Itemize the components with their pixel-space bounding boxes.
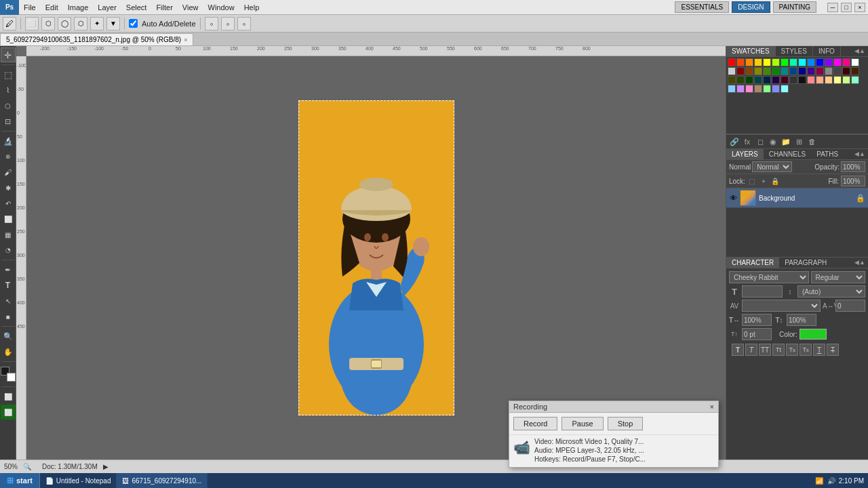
menu-image[interactable]: Image xyxy=(63,2,94,13)
tool-hand[interactable]: ✋ xyxy=(1,344,16,359)
layer-icon-mask[interactable]: ◻ xyxy=(755,136,766,147)
swatch-17[interactable] xyxy=(745,67,753,75)
swatch-3[interactable] xyxy=(754,58,762,66)
color-picker[interactable] xyxy=(1,367,16,382)
layer-background[interactable]: 👁 Background 🔒 xyxy=(726,188,868,208)
swatch-1[interactable] xyxy=(736,58,745,66)
panel-collapse-btn[interactable]: ◀▲ xyxy=(852,46,868,56)
background-color[interactable] xyxy=(7,373,16,382)
swatch-50[interactable] xyxy=(772,85,780,93)
vscale-input[interactable] xyxy=(787,314,816,326)
menu-file[interactable]: File xyxy=(19,2,41,13)
swatch-12[interactable] xyxy=(833,58,842,66)
tab-paragraph[interactable]: PARAGRAPH xyxy=(779,258,832,268)
tool-dodge[interactable]: ◔ xyxy=(1,243,16,258)
tab-character[interactable]: CHARACTER xyxy=(726,258,779,268)
kerning-dropdown[interactable] xyxy=(742,300,821,312)
doc-info-arrow[interactable]: ▶ xyxy=(103,463,108,470)
tab-styles[interactable]: STYLES xyxy=(776,46,813,56)
lock-all-icon[interactable]: 🔒 xyxy=(770,176,780,186)
swatch-47[interactable] xyxy=(745,85,753,93)
tab-swatches[interactable]: SWATCHES xyxy=(726,46,776,56)
menu-edit[interactable]: Edit xyxy=(41,2,63,13)
swatch-15[interactable] xyxy=(728,67,736,75)
swatch-6[interactable] xyxy=(781,58,789,66)
tab-channels[interactable]: CHANNELS xyxy=(764,149,811,159)
win-close[interactable]: × xyxy=(854,3,865,12)
swatch-9[interactable] xyxy=(807,58,815,66)
swatch-40[interactable] xyxy=(816,76,824,84)
swatch-10[interactable] xyxy=(816,58,824,66)
ts-sub[interactable]: Ts xyxy=(800,344,812,356)
tool-mask-std[interactable]: ⬜ xyxy=(1,389,16,404)
swatch-45[interactable] xyxy=(728,85,736,93)
ts-super[interactable]: Ts xyxy=(786,344,798,356)
tool-marquee[interactable]: ⬚ xyxy=(1,67,16,82)
font-family-dropdown[interactable]: Cheeky Rabbit xyxy=(729,271,809,283)
tool-history[interactable]: ↶ xyxy=(1,196,16,211)
tab-paths[interactable]: PATHS xyxy=(811,149,844,159)
pause-button[interactable]: Pause xyxy=(561,417,603,430)
blend-mode-dropdown[interactable]: Normal xyxy=(752,161,792,172)
swatch-18[interactable] xyxy=(754,67,762,75)
swatch-41[interactable] xyxy=(825,76,833,84)
swatch-23[interactable] xyxy=(798,67,806,75)
swatch-16[interactable] xyxy=(736,67,745,75)
tool-eyedropper[interactable]: 🔬 xyxy=(1,134,16,148)
leading-dropdown[interactable]: (Auto) xyxy=(797,285,865,298)
layer-icon-new[interactable]: ⊞ xyxy=(793,136,804,147)
tool-gradient[interactable]: ▦ xyxy=(1,227,16,242)
tool-healpatch[interactable]: ⊕ xyxy=(1,149,16,164)
swatch-24[interactable] xyxy=(807,67,815,75)
ts-underline[interactable]: T xyxy=(813,344,825,356)
tool-mask-quick[interactable]: ⬜ xyxy=(1,405,16,420)
layer-icon-trash[interactable]: 🗑 xyxy=(806,136,817,147)
swatch-30[interactable] xyxy=(728,76,736,84)
layer-icon-fx[interactable]: fx xyxy=(742,136,753,147)
menu-layer[interactable]: Layer xyxy=(93,2,121,13)
win-restore[interactable]: □ xyxy=(841,3,852,12)
swatch-39[interactable] xyxy=(807,76,815,84)
workspace-essentials[interactable]: ESSENTIALS xyxy=(675,1,729,13)
layer-eye-icon[interactable]: 👁 xyxy=(729,194,737,202)
ts-strikethrough[interactable]: T xyxy=(827,344,839,356)
swatch-37[interactable] xyxy=(789,76,797,84)
opacity-input[interactable] xyxy=(841,161,865,172)
swatch-34[interactable] xyxy=(763,76,771,84)
swatch-35[interactable] xyxy=(772,76,780,84)
swatch-42[interactable] xyxy=(833,76,842,84)
ts-caps[interactable]: TT xyxy=(759,344,771,356)
swatch-31[interactable] xyxy=(736,76,745,84)
swatch-21[interactable] xyxy=(781,67,789,75)
swatch-49[interactable] xyxy=(763,85,771,93)
opt-extra2[interactable]: ⬦ xyxy=(221,17,235,30)
swatch-26[interactable] xyxy=(825,67,833,75)
layer-icon-link[interactable]: 🔗 xyxy=(729,136,740,147)
baseline-input[interactable] xyxy=(742,328,772,340)
menu-filter[interactable]: Filter xyxy=(151,2,177,13)
swatch-2[interactable] xyxy=(745,58,753,66)
swatch-11[interactable] xyxy=(825,58,833,66)
win-minimize[interactable]: ─ xyxy=(827,3,838,12)
layer-icon-adj[interactable]: ◉ xyxy=(768,136,778,147)
swatch-7[interactable] xyxy=(789,58,797,66)
tool-crop[interactable]: ⊡ xyxy=(1,114,16,129)
tool-quickselect[interactable]: ⬡ xyxy=(1,98,16,113)
tool-clone[interactable]: ✱ xyxy=(1,180,16,195)
path-dropdown[interactable]: ▼ xyxy=(106,17,120,30)
tool-lasso[interactable]: ⌇ xyxy=(1,83,16,98)
tool-path-select[interactable]: ↖ xyxy=(1,293,16,308)
tracking-input[interactable] xyxy=(835,300,865,312)
auto-add-delete-checkbox[interactable] xyxy=(129,19,138,28)
canvas-document[interactable] xyxy=(298,100,454,415)
swatch-20[interactable] xyxy=(772,67,780,75)
font-style-dropdown[interactable]: Regular xyxy=(811,271,865,283)
shape-opt3[interactable]: ◯ xyxy=(58,17,71,30)
swatch-48[interactable] xyxy=(754,85,762,93)
taskbar-notepad[interactable]: 📄 Untitled - Notepad xyxy=(40,473,117,488)
swatch-14[interactable] xyxy=(851,58,859,66)
swatch-28[interactable] xyxy=(842,67,850,75)
ts-bold[interactable]: T xyxy=(732,344,744,356)
swatch-33[interactable] xyxy=(754,76,762,84)
lock-pixels-icon[interactable]: ⬚ xyxy=(747,176,757,186)
